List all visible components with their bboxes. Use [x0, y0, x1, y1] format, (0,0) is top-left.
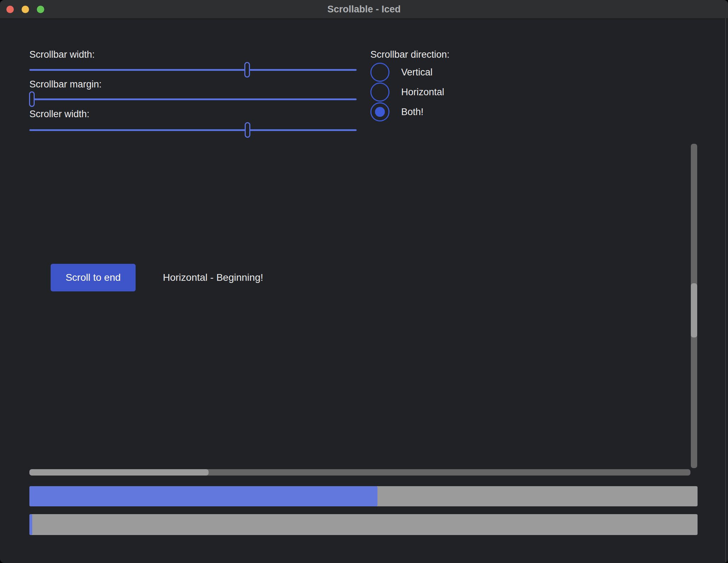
radio-both[interactable]: Both!	[370, 102, 423, 121]
window-title: Scrollable - Iced	[327, 4, 400, 15]
slider-rail[interactable]	[29, 69, 357, 71]
progress-fill	[29, 486, 377, 506]
scrollbar-margin-label: Scrollbar margin:	[29, 79, 102, 90]
minimize-button[interactable]	[22, 6, 29, 13]
titlebar: Scrollable - Iced	[0, 0, 728, 19]
app-window: Scrollable - Iced Scrollbar width: Scrol…	[0, 0, 728, 563]
traffic-lights	[0, 0, 44, 18]
horizontal-scrollbar-thumb[interactable]	[29, 469, 209, 476]
slider-rail[interactable]	[29, 98, 357, 100]
radio-horizontal[interactable]: Horizontal	[370, 83, 444, 102]
slider-rail[interactable]	[29, 129, 357, 131]
radio-label: Horizontal	[401, 87, 444, 98]
scrollbar-margin-slider[interactable]	[29, 91, 357, 107]
scroller-width-label: Scroller width:	[29, 108, 90, 120]
slider-handle[interactable]	[245, 122, 250, 138]
vertical-progress-bar	[29, 514, 698, 535]
zoom-button[interactable]	[37, 6, 44, 13]
scrollbar-width-label: Scrollbar width:	[29, 49, 95, 60]
progress-fill	[29, 514, 32, 535]
scrollbar-width-slider[interactable]	[29, 62, 357, 78]
scrollbar-direction-label: Scrollbar direction:	[370, 49, 450, 60]
scroller-width-slider[interactable]	[29, 122, 357, 138]
radio-circle-icon[interactable]	[370, 83, 389, 102]
close-button[interactable]	[6, 6, 14, 13]
horizontal-progress-bar	[29, 486, 698, 506]
scroll-to-end-button[interactable]: Scroll to end	[51, 264, 136, 291]
radio-circle-icon[interactable]	[370, 102, 389, 121]
scroll-status-text: Horizontal - Beginning!	[163, 264, 263, 291]
radio-vertical[interactable]: Vertical	[370, 63, 433, 82]
radio-circle-icon[interactable]	[370, 63, 389, 82]
horizontal-scrollbar-track[interactable]	[29, 469, 690, 476]
vertical-scrollbar-track[interactable]	[691, 144, 697, 468]
slider-handle[interactable]	[244, 62, 250, 78]
vertical-scrollbar-thumb[interactable]	[691, 283, 697, 337]
radio-label: Vertical	[401, 67, 433, 78]
radio-label: Both!	[401, 107, 423, 118]
slider-handle[interactable]	[29, 91, 35, 107]
window-right-edge	[725, 18, 726, 562]
